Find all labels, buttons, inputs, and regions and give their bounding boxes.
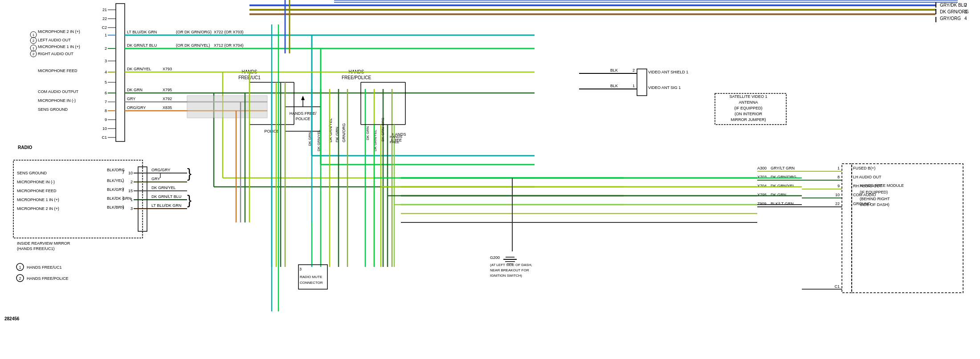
svg-text:IGNITION SWITCH): IGNITION SWITCH) (490, 274, 522, 278)
svg-text:GRY/LT GRN: GRY/LT GRN (771, 166, 795, 170)
svg-text:(BEHIND RIGHT: (BEHIND RIGHT (860, 197, 890, 201)
svg-text:DK GRN: DK GRN (366, 126, 370, 140)
svg-text:9: 9 (105, 117, 107, 122)
svg-text:HANDS: HANDS (390, 135, 402, 139)
svg-text:BLK/ORG: BLK/ORG (107, 168, 125, 172)
svg-text:DK GRN/YEL: DK GRN/YEL (127, 67, 151, 71)
svg-text:SIDE OF DASH): SIDE OF DASH) (860, 202, 890, 207)
svg-text:22: 22 (835, 202, 840, 206)
svg-text:4: 4 (105, 70, 107, 74)
svg-text:DK GRN/YEL: DK GRN/YEL (771, 184, 795, 188)
svg-text:): ) (122, 178, 124, 183)
svg-text:GRN/ORG: GRN/ORG (342, 123, 346, 142)
svg-text:SENS GROUND: SENS GROUND (17, 171, 47, 175)
svg-text:2: 2 (964, 3, 967, 8)
svg-text:X793: X793 (163, 67, 172, 71)
svg-text:INSIDE REARVIEW MIRROR: INSIDE REARVIEW MIRROR (17, 241, 70, 246)
svg-text:1: 1 (19, 265, 21, 270)
svg-text:MICROPHONE IN (-): MICROPHONE IN (-) (17, 180, 55, 184)
svg-text:2: 2 (105, 46, 107, 51)
svg-text:8: 8 (837, 175, 840, 179)
svg-text:MICROPHONE 1 IN (+): MICROPHONE 1 IN (+) (38, 44, 80, 49)
svg-text:X795: X795 (163, 88, 172, 92)
wiring-diagram-svg: GRY/DK BLU 2 DK GRN/ORG 3 GRY/ORG 4 21 2… (0, 0, 980, 359)
svg-text:RADIO MUTE: RADIO MUTE (300, 275, 322, 279)
svg-text:(HANDS FREE/UC1): (HANDS FREE/UC1) (17, 246, 55, 251)
svg-text:3: 3 (299, 267, 302, 271)
svg-text:1: 1 (633, 84, 635, 88)
svg-text:DK GRN: DK GRN (308, 132, 312, 146)
svg-text:ORG/GRY: ORG/GRY (151, 168, 170, 172)
svg-text:DK GRN/YEL: DK GRN/YEL (317, 129, 321, 151)
svg-text:BLK/LT GRN: BLK/LT GRN (771, 202, 794, 206)
svg-text:RADIO: RADIO (18, 145, 32, 150)
svg-text:BLK/BRN: BLK/BRN (107, 205, 124, 210)
svg-text:HANDS FREE/: HANDS FREE/ (290, 111, 317, 116)
svg-text:LT BLU/DK GRN: LT BLU/DK GRN (127, 30, 157, 34)
svg-text:1: 1 (33, 33, 35, 37)
svg-rect-13 (935, 17, 936, 22)
svg-text:(AT LEFT SIDE OF DASH,: (AT LEFT SIDE OF DASH, (490, 263, 532, 267)
svg-text:A300: A300 (757, 166, 767, 170)
svg-text:DK GRN: DK GRN (127, 88, 143, 92)
svg-text:2: 2 (33, 52, 35, 56)
svg-text:21: 21 (102, 8, 107, 12)
svg-text:DK GRN/YEL: DK GRN/YEL (151, 186, 176, 190)
svg-text:POLICE: POLICE (295, 117, 310, 121)
svg-text:9: 9 (837, 184, 840, 188)
svg-text:): ) (122, 169, 124, 174)
svg-text:MICROPHONE 2 IN (+): MICROPHONE 2 IN (+) (38, 29, 80, 34)
svg-text:(OR DK GRN/ORG): (OR DK GRN/ORG) (176, 30, 212, 34)
svg-text:LEFT AUDIO OUT: LEFT AUDIO OUT (38, 38, 71, 42)
svg-text:VIDEO ANT SHIELD 1: VIDEO ANT SHIELD 1 (648, 70, 688, 74)
svg-text:FREE/POLICE: FREE/POLICE (342, 75, 371, 80)
svg-rect-10 (935, 9, 936, 14)
svg-text:GRY/ORG: GRY/ORG (940, 16, 961, 21)
svg-text:(OR DK GRN/YEL): (OR DK GRN/YEL) (176, 43, 210, 48)
svg-text:10: 10 (835, 193, 840, 197)
svg-text:SATELLITE VIDEO 1: SATELLITE VIDEO 1 (730, 94, 768, 99)
svg-text:2: 2 (131, 180, 133, 184)
svg-text:X704: X704 (757, 184, 767, 188)
svg-text:10: 10 (128, 171, 133, 175)
svg-text:3: 3 (131, 206, 133, 211)
svg-text:22: 22 (102, 16, 107, 21)
svg-text:3: 3 (105, 59, 107, 63)
svg-text:G200: G200 (490, 255, 500, 260)
svg-text:GRY/DK BLU: GRY/DK BLU (940, 3, 967, 8)
svg-text:FUSED B(+): FUSED B(+) (853, 166, 875, 170)
svg-text:15: 15 (128, 189, 133, 193)
svg-text:X795: X795 (757, 193, 767, 197)
svg-text:C1: C1 (102, 135, 107, 140)
svg-text:(IF EQUIPPED): (IF EQUIPPED) (734, 106, 762, 110)
svg-text:BLK/YEL: BLK/YEL (107, 178, 123, 183)
svg-text:Z909: Z909 (757, 202, 767, 206)
svg-text:MIRROR JUMPER): MIRROR JUMPER) (731, 117, 766, 122)
svg-text:8: 8 (105, 109, 107, 113)
svg-text:FREE: FREE (390, 140, 399, 144)
svg-text:LH AUDIO OUT: LH AUDIO OUT (853, 175, 882, 179)
svg-text:282456: 282456 (4, 316, 20, 321)
svg-text:GRY: GRY (127, 97, 135, 101)
svg-text:CONNECTOR: CONNECTOR (300, 281, 323, 285)
svg-text:HANDS FREE MODULE: HANDS FREE MODULE (860, 183, 904, 188)
svg-text:X703: X703 (757, 175, 767, 179)
svg-text:BLK: BLK (610, 84, 618, 88)
svg-text:DK GRN/YEL: DK GRN/YEL (328, 118, 333, 142)
svg-text:BLK: BLK (610, 68, 618, 73)
svg-text:DK GRN/ ORG: DK GRN/ ORG (381, 117, 385, 141)
svg-text:SENS GROUND: SENS GROUND (38, 107, 68, 112)
svg-text:NEAR BREAKOUT FOR: NEAR BREAKOUT FOR (490, 268, 529, 272)
svg-text:): ) (122, 196, 124, 201)
svg-text:DK GRN: DK GRN (771, 193, 786, 197)
svg-text:COM AUDIO OUTPUT: COM AUDIO OUTPUT (38, 89, 79, 94)
svg-text:ORG/GRY: ORG/GRY (127, 105, 146, 110)
svg-text:BLK/DK GRN: BLK/DK GRN (107, 196, 131, 201)
svg-text:1: 1 (837, 166, 840, 170)
svg-text:6: 6 (105, 91, 107, 95)
svg-text:}: } (187, 166, 192, 181)
svg-text:10: 10 (102, 126, 107, 131)
svg-text:GRY: GRY (151, 177, 160, 181)
svg-text:ANTENNA: ANTENNA (739, 100, 758, 105)
svg-text:BLK/GRY: BLK/GRY (107, 187, 124, 192)
